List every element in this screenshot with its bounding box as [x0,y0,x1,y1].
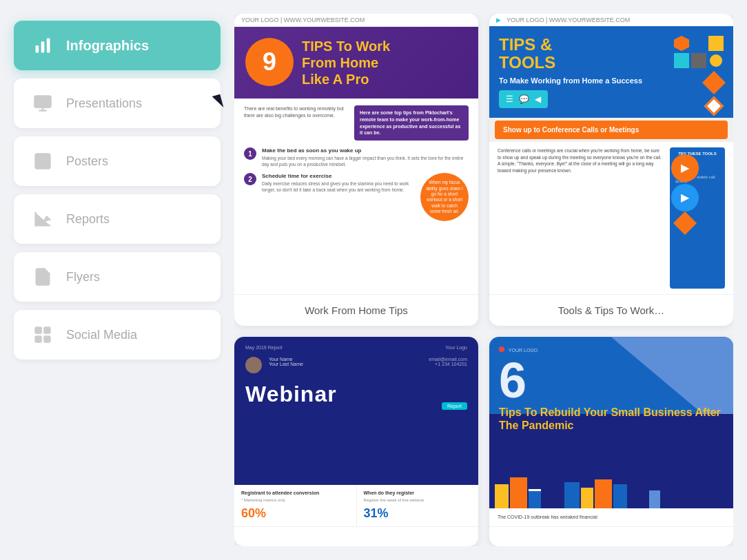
tt-subtitle: To Make Working from Home a Success [499,76,642,85]
web-title-row: Webinar Report [245,382,467,410]
web-stat-1: Registrant to attendee conversion * Mark… [234,485,356,526]
content-grid: YOUR LOGO | WWW.YOURWEBSITE.COM 9 TIPS T… [234,14,733,546]
svg-rect-8 [44,328,50,333]
card-work-from-home[interactable]: YOUR LOGO | WWW.YOURWEBSITE.COM 9 TIPS T… [234,14,478,326]
svg-rect-4 [37,99,48,104]
web-report-bar: May 2019 Report Your Logo [245,345,467,350]
wfh-step1-content: Make the bed as soon as you wake up Maki… [262,147,469,167]
web-badge: Report [442,402,467,410]
sidebar-item-presentations-label: Presentations [66,96,142,111]
sidebar-item-social-media[interactable]: Social Media [14,310,221,360]
rb-dot [499,346,504,352]
svg-rect-1 [41,41,45,52]
web-stat2-title: When do they register [364,490,472,495]
web-name: Your Name Your Last Name [269,357,422,366]
web-stat2-num: 31% [364,506,472,521]
diamond-orange [702,71,726,94]
web-header: May 2019 Report Your Logo Your Name Your… [234,337,478,485]
tt-icon-list: ☰ [506,94,513,104]
card-rebuild-business[interactable]: YOUR LOGO 6 Tips To Rebuild Your Small B… [489,337,733,546]
play-blue: ▶ [671,184,699,211]
web-report-date: May 2019 Report [245,345,283,350]
card2-preview: ▶ YOUR LOGO | WWW.YOURWEBSITE.COM TIPS &… [489,14,733,294]
wfh-step2-title: Schedule time for exercise [262,173,415,179]
wfh-intro-right: Here are some top tips from Piktochart's… [354,105,469,141]
web-logo-text: Your Logo [445,345,467,350]
card1-preview: YOUR LOGO | WWW.YOURWEBSITE.COM 9 TIPS T… [234,14,478,294]
wfh-bubble: When my focus ability goes down I go for… [420,173,469,221]
wfh-title: TIPS To WorkFrom HomeLike A Pro [302,38,467,87]
rb-body: The COVID-19 outbreak has wreaked financ… [489,508,733,527]
wfh-intro-left: There are real benefits to working remot… [244,105,347,141]
svg-rect-0 [36,45,39,53]
card4-label [489,526,733,546]
wfh-intro: There are real benefits to working remot… [244,105,469,141]
sidebar-item-flyers-label: Flyers [66,270,100,284]
card4-preview: YOUR LOGO 6 Tips To Rebuild Your Small B… [489,337,733,526]
svg-rect-2 [47,39,50,53]
sq-teal [674,53,689,68]
svg-rect-9 [36,336,41,342]
wfh-header: 9 TIPS To WorkFrom HomeLike A Pro [234,27,478,98]
sidebar-item-infographics-label: Infographics [66,38,149,54]
rb-header: YOUR LOGO 6 Tips To Rebuild Your Small B… [489,337,733,508]
wfh-logo-bar: YOUR LOGO | WWW.YOURWEBSITE.COM [234,14,478,27]
tt-logo-bar: ▶ YOUR LOGO | WWW.YOURWEBSITE.COM [489,14,733,26]
wfh-step1-num: 1 [244,147,256,160]
sidebar-item-flyers[interactable]: Flyers [14,252,221,302]
sidebar-item-social-media-label: Social Media [66,328,137,342]
tt-play-btns: ▶ ▶ [671,154,699,233]
wfh-step2-desc: Daily exercise reduces stress and gives … [262,180,415,193]
tt-body-text: Conference calls or meetings are crucial… [498,147,664,174]
web-stat1-title: Registrant to attendee conversion [241,490,349,495]
rb-logo-text: YOUR LOGO [509,348,538,353]
share-icon [30,322,55,347]
tt-right-shapes [703,72,725,116]
card3-label [234,526,478,546]
web-stat2-sub: Register the week of live webinar [364,498,472,502]
sq-gray [691,53,706,68]
web-stat1-sub: * Marketing metrics only [241,498,349,502]
svg-rect-7 [36,328,41,333]
wfh-step2-content: Schedule time for exercise Daily exercis… [262,173,415,193]
rb-content: YOUR LOGO 6 Tips To Rebuild Your Small B… [499,346,724,432]
sidebar-item-infographics[interactable]: Infographics [14,21,221,70]
web-stats: Registrant to attendee conversion * Mark… [234,485,478,526]
sidebar-item-reports[interactable]: Reports [14,194,221,244]
sidebar-item-reports-label: Reports [66,212,110,227]
web-stat-2: When do they register Register the week … [357,485,479,526]
sidebar-item-posters[interactable]: Posters [14,136,221,186]
rb-body-text: The COVID-19 outbreak has wreaked financ… [498,514,725,521]
wfh-step-1: 1 Make the bed as soon as you wake up Ma… [244,147,469,167]
wfh-step1-title: Make the bed as soon as you wake up [262,147,469,154]
tt-shapes [674,36,724,68]
wfh-number: 9 [245,38,294,86]
card3-preview: May 2019 Report Your Logo Your Name Your… [234,337,478,526]
sq-yellow [708,36,724,51]
wfh-title-highlight: TIPS [302,39,332,54]
tt-icons-row: ☰ 💬 ◀ [499,90,548,108]
sidebar-item-presentations[interactable]: Presentations [14,79,221,128]
card1-label: Work From Home Tips [234,294,478,326]
tt-body-left: Conference calls or meetings are crucial… [498,147,664,289]
web-title: Webinar [245,382,337,407]
rb-cityscape [489,467,733,508]
tt-orange-title: Show up to Conference Calls or Meetings [503,126,719,134]
card-tools-tips[interactable]: ▶ YOUR LOGO | WWW.YOURWEBSITE.COM TIPS &… [489,14,733,326]
web-email: email@email.com +1 234 104201 [429,357,467,373]
tt-header: TIPS &TOOLS To Make Working from Home a … [489,26,733,118]
hex-orange [674,36,689,51]
tt-title-text: TIPS &TOOLS [499,35,555,72]
card2-label: Tools & Tips To Work… [489,294,733,326]
presentation-icon [30,91,55,116]
sq-blue [691,36,706,51]
wfh-logo-text: YOUR LOGO | WWW.YOURWEBSITE.COM [241,17,365,23]
bar-chart-icon [30,33,55,58]
diamond-small [673,211,697,235]
svg-point-6 [39,157,41,160]
card-webinar[interactable]: May 2019 Report Your Logo Your Name Your… [234,337,478,546]
sidebar: Infographics Presentations Posters [14,14,221,546]
tt-logo-text: YOUR LOGO | WWW.YOURWEBSITE.COM [506,17,630,23]
rb-logo: YOUR LOGO [499,346,724,353]
tt-body: Conference calls or meetings are crucial… [489,142,733,295]
